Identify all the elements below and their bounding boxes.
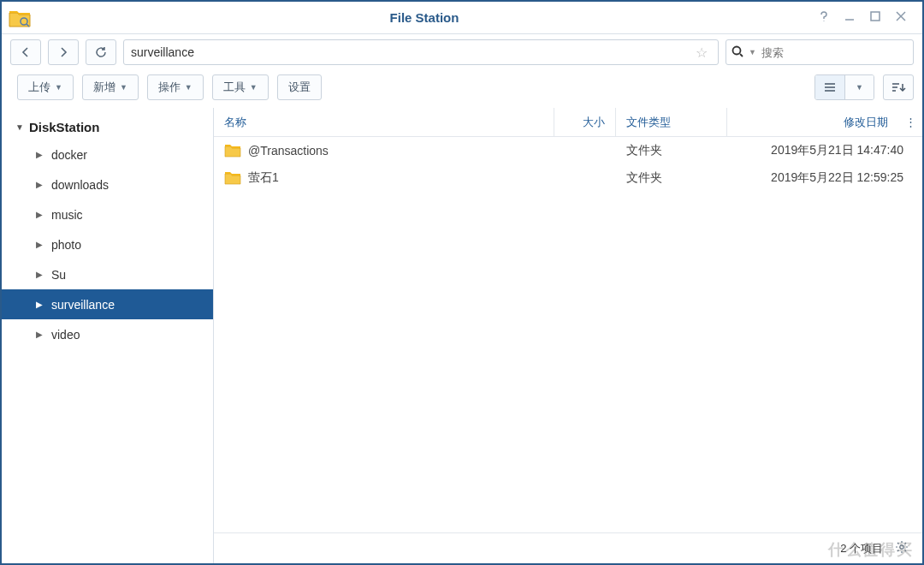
- maximize-button[interactable]: [862, 10, 888, 25]
- svg-point-14: [900, 545, 903, 549]
- column-type[interactable]: 文件类型: [616, 108, 727, 136]
- tree-item-label: docker: [51, 148, 87, 162]
- address-bar[interactable]: ☆: [123, 39, 719, 65]
- toolbar: 上传▼ 新增▼ 操作▼ 工具▼ 设置 ▼: [2, 70, 922, 108]
- app-window: File Station ☆: [0, 0, 924, 565]
- titlebar: File Station: [2, 2, 922, 34]
- tree-root-label: DiskStation: [29, 120, 100, 134]
- chevron-down-icon: ▼: [55, 83, 62, 92]
- chevron-down-icon: ▼: [120, 83, 127, 92]
- main-area: ▼ DiskStation ▶docker▶downloads▶music▶ph…: [2, 108, 922, 563]
- file-date: 2019年5月22日 12:59:25: [727, 170, 922, 186]
- item-count: 2 个项目: [840, 541, 883, 556]
- tree-item-downloads[interactable]: ▶downloads: [2, 170, 213, 199]
- help-button[interactable]: [811, 10, 837, 25]
- upload-button[interactable]: 上传▼: [17, 74, 74, 100]
- close-button[interactable]: [888, 10, 914, 25]
- minimize-button[interactable]: [837, 10, 862, 25]
- file-row[interactable]: @Transactions文件夹2019年5月21日 14:47:40: [214, 137, 922, 164]
- path-input[interactable]: [131, 45, 692, 59]
- collapse-icon: ▼: [15, 122, 24, 132]
- view-dropdown-button[interactable]: ▼: [844, 75, 874, 99]
- tree-root[interactable]: ▼ DiskStation: [2, 115, 213, 140]
- tree-item-label: surveillance: [51, 298, 115, 312]
- search-box[interactable]: ▼: [726, 39, 914, 65]
- chevron-down-icon: ▼: [250, 83, 258, 92]
- tree-item-video[interactable]: ▶video: [2, 319, 213, 349]
- sort-button[interactable]: [883, 74, 914, 100]
- forward-button[interactable]: [48, 39, 79, 65]
- navbar: ☆ ▼: [2, 34, 922, 70]
- tree-item-surveillance[interactable]: ▶surveillance: [2, 289, 213, 319]
- expand-icon: ▶: [36, 240, 43, 249]
- tree-item-music[interactable]: ▶music: [2, 199, 213, 229]
- window-title: File Station: [38, 10, 811, 25]
- folder-icon: [224, 171, 241, 185]
- folder-icon: [224, 144, 241, 158]
- tree-item-label: music: [51, 208, 83, 222]
- file-list: 名称 大小 文件类型 修改日期 ⋮ @Transactions文件夹2019年5…: [214, 108, 922, 563]
- svg-rect-3: [871, 12, 880, 21]
- new-button[interactable]: 新增▼: [82, 74, 139, 100]
- settings-button[interactable]: 设置: [277, 74, 322, 100]
- column-menu-button[interactable]: ⋮: [898, 116, 922, 128]
- file-type: 文件夹: [616, 170, 727, 186]
- expand-icon: ▶: [36, 270, 43, 279]
- tools-button[interactable]: 工具▼: [212, 74, 269, 100]
- action-button[interactable]: 操作▼: [147, 74, 204, 100]
- tree-item-label: downloads: [51, 178, 109, 192]
- file-name: 萤石1: [248, 170, 279, 186]
- expand-icon: ▶: [36, 330, 43, 339]
- file-type: 文件夹: [616, 143, 727, 158]
- chevron-down-icon: ▼: [185, 83, 192, 92]
- back-button[interactable]: [10, 39, 41, 65]
- refresh-button[interactable]: [86, 39, 116, 65]
- app-icon: [9, 8, 31, 28]
- column-name[interactable]: 名称: [214, 108, 554, 136]
- expand-icon: ▶: [36, 150, 43, 159]
- search-icon: [732, 45, 743, 60]
- expand-icon: ▶: [36, 300, 43, 309]
- svg-line-7: [740, 54, 743, 56]
- expand-icon: ▶: [36, 210, 43, 219]
- grid-body: @Transactions文件夹2019年5月21日 14:47:40萤石1文件…: [214, 137, 922, 532]
- tree-item-label: photo: [51, 238, 81, 252]
- grid-header: 名称 大小 文件类型 修改日期 ⋮: [214, 108, 922, 137]
- expand-icon: ▶: [36, 180, 43, 189]
- chevron-down-icon: ▼: [856, 83, 863, 92]
- svg-point-6: [733, 46, 741, 54]
- file-date: 2019年5月21日 14:47:40: [727, 143, 922, 158]
- search-input[interactable]: [761, 46, 908, 59]
- favorite-icon[interactable]: ☆: [692, 45, 711, 61]
- tree-item-label: Su: [51, 268, 66, 282]
- status-bar: 2 个项目: [214, 532, 922, 563]
- tree-item-label: video: [51, 328, 80, 342]
- search-dropdown-icon[interactable]: ▼: [749, 48, 756, 56]
- list-view-button[interactable]: [815, 75, 844, 99]
- tree-item-photo[interactable]: ▶photo: [2, 229, 213, 259]
- column-size[interactable]: 大小: [554, 108, 616, 136]
- column-modified[interactable]: 修改日期: [727, 108, 898, 136]
- file-name: @Transactions: [248, 144, 329, 158]
- tree-item-Su[interactable]: ▶Su: [2, 259, 213, 289]
- folder-tree: ▼ DiskStation ▶docker▶downloads▶music▶ph…: [2, 108, 214, 563]
- view-toggle: ▼: [814, 74, 874, 100]
- gear-icon[interactable]: [895, 540, 909, 556]
- file-row[interactable]: 萤石1文件夹2019年5月22日 12:59:25: [214, 164, 922, 192]
- tree-item-docker[interactable]: ▶docker: [2, 140, 213, 170]
